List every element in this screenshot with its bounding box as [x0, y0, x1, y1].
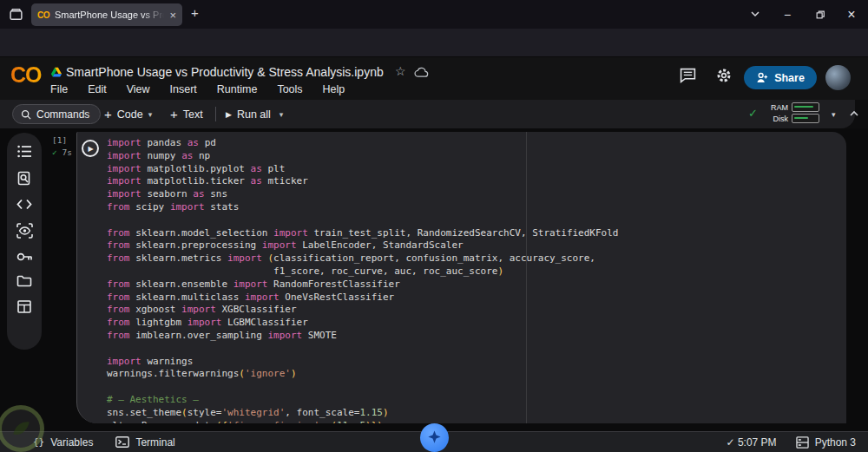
find-replace-icon[interactable]: [17, 171, 31, 186]
code-editor[interactable]: import pandas as pdimport numpy as npimp…: [107, 137, 618, 423]
variables-label: Variables: [50, 436, 93, 449]
cloud-saved-icon[interactable]: [414, 66, 429, 78]
disk-usage-bar: [792, 114, 819, 123]
scan-eye-icon[interactable]: [16, 223, 33, 239]
terminal-icon: [115, 436, 129, 448]
code-line: from sklearn.ensemble import RandomFores…: [107, 278, 618, 292]
saved-check-icon: ✓: [727, 436, 735, 449]
sparkle-icon: [426, 429, 443, 446]
window-restore-button[interactable]: [806, 0, 835, 29]
commands-button[interactable]: Commands: [12, 104, 101, 124]
plus-icon: +: [170, 107, 178, 121]
code-line: import matplotlib.ticker as mticker: [107, 175, 618, 188]
add-text-button[interactable]: + Text: [170, 104, 203, 124]
search-icon: [21, 109, 31, 120]
list-tabs-chevron-icon[interactable]: [750, 10, 760, 18]
colab-logo[interactable]: CO: [10, 62, 42, 88]
new-tab-button[interactable]: +: [191, 5, 199, 20]
tab-close-icon[interactable]: ×: [169, 10, 176, 21]
window-close-button[interactable]: ×: [837, 0, 866, 29]
code-line: from imblearn.over_sampling import SMOTE: [107, 330, 618, 343]
status-time: 5:07 PM: [738, 436, 777, 449]
add-code-label: Code: [117, 108, 143, 121]
share-label: Share: [774, 72, 805, 84]
cell-execution-gutter: [1] ✓ 7s: [52, 135, 75, 157]
variables-button[interactable]: {} Variables: [33, 436, 93, 449]
star-notebook-icon[interactable]: ☆: [395, 64, 406, 78]
menu-runtime[interactable]: Runtime: [217, 83, 258, 95]
notebook-title[interactable]: SmartPhone Usage vs Productivity & Stres…: [66, 65, 384, 79]
commands-label: Commands: [36, 108, 89, 121]
run-all-button[interactable]: ▶ Run all ▾: [226, 104, 283, 124]
menu-file[interactable]: File: [50, 83, 68, 95]
play-icon: ▶: [226, 110, 232, 119]
menu-help[interactable]: Help: [323, 83, 345, 95]
notebook-toolbar: Commands + Code ▾ + Text ▶ Run all ▾ ✓ R…: [0, 100, 855, 128]
code-line: from sklearn.model_selection import trai…: [107, 227, 618, 240]
code-line: # — Aesthetics —: [107, 394, 618, 407]
ram-usage-bar: [792, 102, 819, 112]
notebook-content: [1] ✓ 7s import pandas as pdimport numpy…: [0, 128, 868, 431]
data-table-icon[interactable]: [17, 300, 31, 313]
collapse-toolbar-chevron-icon[interactable]: [849, 109, 859, 118]
add-text-label: Text: [183, 108, 203, 121]
resources-dropdown-chevron-icon[interactable]: ▾: [832, 110, 836, 119]
colab-favicon: CO: [37, 10, 49, 20]
kernel-label: Python 3: [815, 436, 856, 449]
menu-view[interactable]: View: [127, 83, 150, 95]
comments-icon[interactable]: [680, 68, 696, 83]
runtime-ok-check-icon: ✓: [748, 107, 758, 120]
files-folder-icon[interactable]: [16, 275, 32, 287]
code-snippets-icon[interactable]: [16, 199, 32, 210]
browser-window: CO SmartPhone Usage vs Productiv × + − ×: [0, 0, 868, 452]
code-line: plt.rcParams.update({'figure.figsize': (…: [107, 420, 618, 423]
disk-label: Disk: [773, 115, 789, 123]
code-line: import numpy as np: [107, 150, 618, 163]
code-line: from sklearn.multiclass import OneVsRest…: [107, 292, 618, 305]
code-line: from sklearn.preprocessing import LabelE…: [107, 239, 618, 252]
code-line: from sklearn.metrics import (classificat…: [107, 252, 618, 265]
settings-gear-icon[interactable]: [716, 68, 732, 83]
kernel-selector[interactable]: Python 3: [796, 436, 856, 449]
terminal-label: Terminal: [135, 436, 174, 449]
run-all-label: Run all: [237, 108, 271, 121]
code-dropdown-chevron-icon[interactable]: ▾: [148, 110, 153, 119]
autosave-status: ✓ 5:07 PM: [727, 436, 777, 449]
table-of-contents-icon[interactable]: [17, 145, 32, 158]
menu-bar: File Edit View Insert Runtime Tools Help: [50, 83, 345, 95]
browser-tab[interactable]: CO SmartPhone Usage vs Productiv ×: [31, 3, 182, 26]
menu-edit[interactable]: Edit: [88, 83, 107, 95]
user-avatar[interactable]: [825, 65, 851, 90]
code-line: [107, 381, 618, 394]
share-button[interactable]: Share: [744, 66, 817, 89]
firefox-view-icon[interactable]: [9, 7, 23, 22]
terminal-button[interactable]: Terminal: [115, 436, 174, 449]
browser-tab-bar: CO SmartPhone Usage vs Productiv × + − ×: [0, 0, 868, 29]
run-cell-button[interactable]: ▶: [82, 140, 99, 157]
code-line: from lightgbm import LGBMClassifier: [107, 317, 618, 330]
resource-monitor[interactable]: RAM Disk: [771, 102, 819, 123]
code-line: warnings.filterwarnings('ignore'): [107, 368, 618, 381]
browser-nav-bar: colab.research.google.com/drive/1Fa0fGvb…: [0, 29, 868, 57]
code-cell[interactable]: import pandas as pdimport numpy as npimp…: [76, 132, 846, 423]
kernel-panels-icon: [796, 436, 809, 449]
tab-title: SmartPhone Usage vs Productiv: [55, 10, 164, 20]
gemini-button[interactable]: [420, 423, 449, 452]
run-all-dropdown-chevron-icon[interactable]: ▾: [279, 110, 284, 119]
menu-insert[interactable]: Insert: [170, 83, 197, 95]
toolbar-divider: [215, 107, 216, 121]
google-drive-icon: [50, 67, 62, 78]
colab-header: CO SmartPhone Usage vs Productivity & St…: [0, 57, 868, 100]
code-line: import seaborn as sns: [107, 188, 618, 201]
execution-count: [1]: [52, 135, 75, 145]
menu-tools[interactable]: Tools: [277, 83, 302, 95]
plus-icon: +: [104, 107, 112, 121]
window-minimize-button[interactable]: −: [773, 0, 802, 29]
code-line: f1_score, roc_curve, auc, roc_auc_score): [107, 265, 618, 278]
person-add-icon: [756, 72, 769, 83]
execution-check-icon: ✓: [52, 147, 57, 157]
secrets-key-icon[interactable]: [16, 252, 33, 262]
code-line: import warnings: [107, 356, 618, 369]
code-line: sns.set_theme(style='whitegrid', font_sc…: [107, 407, 618, 420]
add-code-button[interactable]: + Code ▾: [104, 104, 152, 124]
